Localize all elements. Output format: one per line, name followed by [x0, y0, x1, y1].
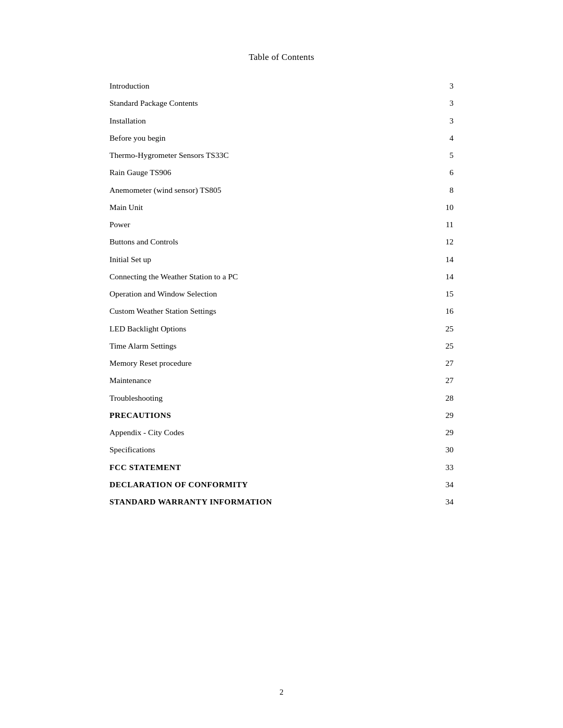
toc-item-label: DECLARATION OF CONFORMITY: [109, 476, 419, 493]
toc-row: Main Unit10: [109, 199, 454, 216]
toc-item-page: 3: [419, 112, 454, 129]
toc-item-label: Memory Reset procedure: [109, 354, 419, 372]
toc-row: Installation3: [109, 112, 454, 129]
toc-item-page: 25: [419, 320, 454, 337]
toc-row: Standard Package Contents3: [109, 94, 454, 112]
toc-row: DECLARATION OF CONFORMITY34: [109, 476, 454, 493]
toc-item-label: Initial Set up: [109, 251, 419, 268]
toc-item-label: Anemometer (wind sensor) TS805: [109, 181, 419, 199]
toc-item-page: 5: [419, 146, 454, 164]
toc-row: Introduction3: [109, 77, 454, 94]
toc-row: STANDARD WARRANTY INFORMATION34: [109, 493, 454, 510]
toc-row: Specifications30: [109, 441, 454, 458]
toc-row: Appendix - City Codes29: [109, 424, 454, 441]
toc-item-label: Time Alarm Settings: [109, 337, 419, 354]
toc-row: Memory Reset procedure27: [109, 354, 454, 372]
toc-item-page: 30: [419, 441, 454, 458]
toc-item-page: 4: [419, 129, 454, 146]
toc-table: Introduction3Standard Package Contents3I…: [109, 77, 454, 510]
page-number: 2: [78, 688, 485, 697]
toc-item-label: FCC STATEMENT: [109, 459, 419, 476]
toc-row: Connecting the Weather Station to a PC14: [109, 268, 454, 285]
toc-item-page: 28: [419, 389, 454, 406]
toc-item-page: 15: [419, 285, 454, 302]
page: Table of Contents Introduction3Standard …: [78, 0, 485, 728]
toc-item-label: Before you begin: [109, 129, 419, 146]
toc-item-label: Maintenance: [109, 372, 419, 389]
toc-row: Custom Weather Station Settings16: [109, 302, 454, 319]
toc-item-page: 34: [419, 493, 454, 510]
toc-item-page: 6: [419, 164, 454, 181]
toc-item-label: STANDARD WARRANTY INFORMATION: [109, 493, 419, 510]
toc-item-label: Introduction: [109, 77, 419, 94]
toc-item-label: Connecting the Weather Station to a PC: [109, 268, 419, 285]
toc-item-page: 10: [419, 199, 454, 216]
toc-row: Thermo-Hygrometer Sensors TS33C5: [109, 146, 454, 164]
toc-item-label: Buttons and Controls: [109, 233, 419, 250]
toc-row: Buttons and Controls12: [109, 233, 454, 250]
toc-item-label: Power: [109, 216, 419, 233]
toc-item-label: Standard Package Contents: [109, 94, 419, 112]
toc-row: Maintenance27: [109, 372, 454, 389]
toc-item-page: 3: [419, 77, 454, 94]
toc-row: Rain Gauge TS9066: [109, 164, 454, 181]
toc-item-label: PRECAUTIONS: [109, 406, 419, 424]
toc-item-page: 12: [419, 233, 454, 250]
toc-row: Initial Set up14: [109, 251, 454, 268]
toc-item-page: 16: [419, 302, 454, 319]
toc-row: PRECAUTIONS29: [109, 406, 454, 424]
toc-item-label: Custom Weather Station Settings: [109, 302, 419, 319]
toc-item-label: Main Unit: [109, 199, 419, 216]
toc-item-label: Operation and Window Selection: [109, 285, 419, 302]
toc-item-page: 27: [419, 372, 454, 389]
toc-item-page: 8: [419, 181, 454, 199]
toc-item-page: 3: [419, 94, 454, 112]
toc-row: Before you begin4: [109, 129, 454, 146]
toc-item-label: Appendix - City Codes: [109, 424, 419, 441]
toc-row: Time Alarm Settings25: [109, 337, 454, 354]
toc-item-page: 14: [419, 251, 454, 268]
toc-row: Operation and Window Selection15: [109, 285, 454, 302]
toc-item-label: Rain Gauge TS906: [109, 164, 419, 181]
toc-row: Troubleshooting28: [109, 389, 454, 406]
toc-row: FCC STATEMENT33: [109, 459, 454, 476]
toc-row: Anemometer (wind sensor) TS8058: [109, 181, 454, 199]
toc-row: Power11: [109, 216, 454, 233]
toc-item-page: 34: [419, 476, 454, 493]
toc-item-label: Troubleshooting: [109, 389, 419, 406]
toc-title: Table of Contents: [109, 52, 454, 63]
toc-item-page: 25: [419, 337, 454, 354]
toc-item-page: 14: [419, 268, 454, 285]
toc-item-page: 33: [419, 459, 454, 476]
toc-item-page: 27: [419, 354, 454, 372]
toc-item-label: LED Backlight Options: [109, 320, 419, 337]
toc-item-label: Specifications: [109, 441, 419, 458]
toc-item-page: 29: [419, 406, 454, 424]
toc-item-page: 29: [419, 424, 454, 441]
toc-item-label: Installation: [109, 112, 419, 129]
toc-row: LED Backlight Options25: [109, 320, 454, 337]
toc-item-page: 11: [419, 216, 454, 233]
toc-item-label: Thermo-Hygrometer Sensors TS33C: [109, 146, 419, 164]
